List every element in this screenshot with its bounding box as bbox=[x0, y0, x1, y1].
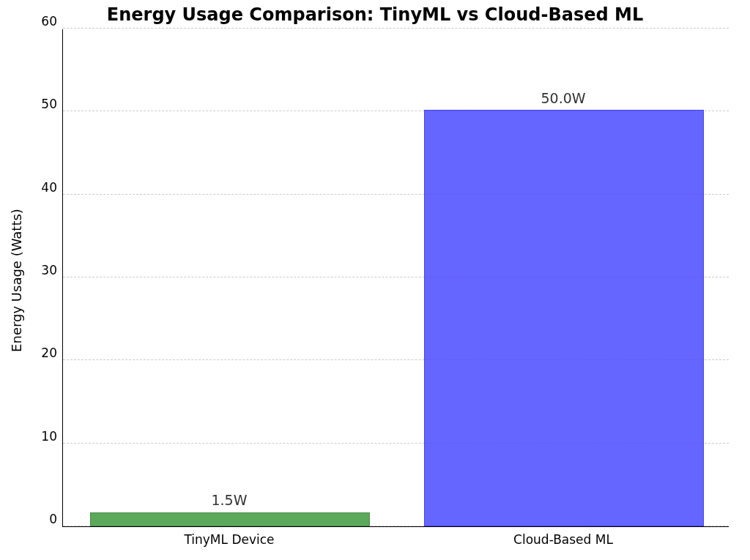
y-tick-10: 10 bbox=[41, 429, 63, 444]
bar-label-tinyml: 1.5W bbox=[211, 492, 247, 508]
y-tick-20: 20 bbox=[41, 346, 63, 360]
y-tick-0: 0 bbox=[49, 512, 63, 526]
x-tick-cloud: Cloud-Based ML bbox=[513, 526, 613, 547]
x-tick-tinyml: TinyML Device bbox=[184, 526, 274, 547]
bar-label-cloud: 50.0W bbox=[541, 90, 585, 106]
y-axis-label: Energy Usage (Watts) bbox=[9, 209, 24, 352]
y-tick-50: 50 bbox=[41, 97, 63, 111]
bar-tinyml bbox=[90, 512, 370, 526]
y-tick-60: 60 bbox=[41, 14, 63, 29]
chart-title: Energy Usage Comparison: TinyML vs Cloud… bbox=[0, 4, 750, 25]
bar-cloud bbox=[424, 110, 704, 526]
y-tick-30: 30 bbox=[41, 263, 63, 277]
y-tick-40: 40 bbox=[41, 180, 63, 195]
chart-figure: Energy Usage Comparison: TinyML vs Cloud… bbox=[0, 0, 750, 560]
plot-area: 0 10 20 30 40 50 60 1.5W 50.0W TinyML De… bbox=[62, 29, 729, 527]
